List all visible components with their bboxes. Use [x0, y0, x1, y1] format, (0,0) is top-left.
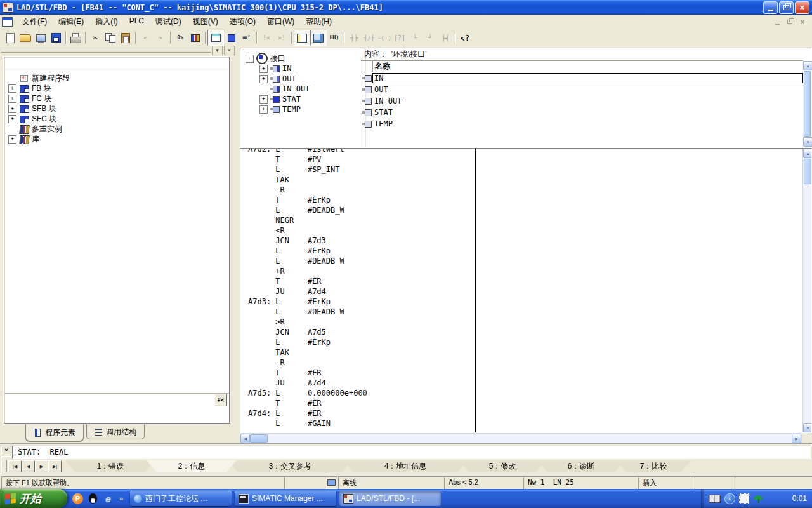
tree-item[interactable]: + 库 — [8, 134, 228, 144]
interface-root[interactable]: - 接口 — [246, 53, 365, 64]
table-row[interactable]: IN_OUT — [361, 95, 803, 107]
toolbar-button-icon[interactable] — [453, 30, 457, 45]
tree-item[interactable]: 新建程序段 — [8, 73, 228, 83]
expander-icon[interactable]: + — [259, 95, 268, 104]
result-tab[interactable]: 6：诊断 — [537, 460, 625, 472]
dock-dropdown-button[interactable]: ▾ — [212, 46, 223, 55]
toolbar-button-icon[interactable] — [103, 30, 118, 45]
dock-close-button[interactable]: × — [224, 46, 235, 55]
table-row[interactable]: OUT — [361, 84, 803, 95]
quick-launch-icon[interactable]: e — [103, 493, 114, 504]
toolbar-button-icon[interactable] — [83, 30, 88, 45]
toolbar-button-icon[interactable]: ╞╡ — [438, 30, 453, 45]
task-button[interactable]: 西门子工控论坛 ... — [130, 491, 232, 506]
keyboard-icon[interactable] — [709, 495, 721, 503]
toolbar-button-icon[interactable] — [294, 30, 310, 46]
toolbar-button-icon[interactable] — [118, 30, 133, 45]
quick-launch-icon[interactable]: » — [118, 493, 124, 504]
toolbar-button-icon[interactable]: ↷ — [153, 30, 168, 45]
code-vertical-scrollbar[interactable]: ▲ ▼ — [802, 149, 811, 432]
quick-launch-icon[interactable] — [88, 493, 98, 504]
restore-button[interactable] — [779, 1, 794, 14]
table-row[interactable]: TEMP — [361, 118, 803, 130]
scroll-right-icon[interactable]: ▶ — [792, 434, 801, 443]
menu-item[interactable]: 编辑(E) — [53, 15, 89, 29]
scroll-up-icon[interactable]: ▲ — [803, 61, 812, 70]
toolbar-button-icon[interactable]: └ — [407, 30, 422, 45]
scrollbar-thumb[interactable] — [804, 71, 811, 137]
menu-item[interactable]: 选项(O) — [224, 15, 261, 29]
toolbar-button-icon[interactable] — [68, 30, 83, 45]
tab-bar-grip[interactable] — [1, 460, 7, 472]
scroll-down-icon[interactable]: ▼ — [803, 423, 812, 432]
tab-nav-button[interactable]: ◀ — [22, 460, 35, 472]
toolbar-button-icon[interactable]: HH) — [327, 30, 342, 45]
scroll-up-icon[interactable]: ▲ — [803, 149, 812, 158]
umbrella-antivirus-icon[interactable] — [753, 494, 763, 503]
code-horizontal-scrollbar[interactable]: ◀ ▶ — [240, 433, 802, 443]
toolbar-button-icon[interactable] — [3, 30, 18, 45]
expander-icon[interactable]: + — [8, 135, 16, 144]
toolbar-button-icon[interactable]: [?] — [392, 30, 407, 45]
result-tab[interactable]: 2：信息 — [147, 460, 237, 472]
toolbar-button-icon[interactable]: ↶ — [138, 30, 153, 45]
start-button[interactable]: 开始 — [0, 489, 67, 508]
toolbar-button-icon[interactable] — [207, 30, 224, 46]
scroll-left-icon[interactable]: ◀ — [240, 434, 250, 443]
mdi-close-button[interactable]: × — [797, 18, 808, 27]
toolbar-button-icon[interactable] — [63, 30, 68, 45]
toolbar-button-icon[interactable] — [342, 30, 346, 45]
result-tab[interactable]: 1：错误 — [65, 460, 155, 472]
menu-item[interactable]: 视图(V) — [187, 15, 224, 29]
expander-icon[interactable]: + — [8, 115, 16, 123]
toolbar-button-icon[interactable] — [254, 30, 259, 45]
menu-item[interactable]: 调试(D) — [150, 15, 187, 29]
toolbar-button-icon[interactable] — [168, 30, 173, 45]
mdi-child-icon[interactable] — [2, 17, 13, 27]
interface-section[interactable]: + OUT — [259, 74, 365, 84]
tab-nav-button[interactable]: ▶| — [48, 460, 62, 472]
interface-section[interactable]: + IN — [259, 64, 365, 74]
quick-launch-icon[interactable]: P — [72, 493, 83, 504]
tab-nav-button[interactable]: ▶ — [35, 460, 48, 472]
menu-item[interactable]: 帮助(H) — [300, 15, 337, 29]
toolbar-button-icon[interactable]: ∞' — [239, 30, 254, 45]
minimize-button[interactable] — [763, 1, 778, 14]
interface-section[interactable]: IN_OUT — [259, 84, 365, 94]
dock-grip[interactable]: ▾ × — [1, 46, 235, 55]
table-row[interactable]: STAT — [361, 107, 803, 118]
toolbar-button-icon[interactable]: ↖? — [457, 30, 473, 45]
toolbar-button-icon[interactable]: ✂ — [88, 30, 103, 45]
toolbar-button-icon[interactable] — [133, 30, 138, 45]
toolbar-button-icon[interactable]: ┘ — [422, 30, 438, 45]
toolbar-button-icon[interactable]: !« — [259, 30, 274, 45]
expander-icon[interactable]: + — [8, 84, 16, 93]
toolbar-button-icon[interactable]: »! — [274, 30, 289, 45]
tray-app-icon[interactable] — [739, 493, 749, 504]
scrollbar-thumb[interactable] — [250, 434, 268, 443]
tree-item[interactable]: + FC 块 — [8, 93, 228, 104]
expander-icon[interactable]: + — [259, 75, 268, 83]
scrollbar-thumb[interactable] — [804, 159, 812, 184]
collapse-overview-button[interactable]: Ŧ< — [214, 394, 227, 406]
menu-item[interactable]: 文件(F) — [16, 15, 53, 29]
result-tab[interactable]: 4：地址信息 — [343, 460, 468, 472]
scroll-down-icon[interactable]: ▼ — [803, 137, 812, 147]
dock-tab[interactable]: 程序元素 — [25, 424, 84, 441]
mdi-restore-button[interactable] — [785, 18, 795, 27]
expander-icon[interactable]: + — [259, 105, 268, 114]
toolbar-button-icon[interactable]: ┤/├ — [362, 30, 377, 45]
expander-icon[interactable]: + — [8, 95, 16, 103]
language-bar-icon[interactable]: ‹ — [724, 493, 735, 504]
toolbar-button-icon[interactable] — [18, 30, 33, 45]
toolbar-button-icon[interactable] — [310, 30, 327, 46]
declaration-scrollbar[interactable]: ▲ ▼ — [803, 61, 811, 147]
tree-item[interactable]: + SFB 块 — [8, 104, 228, 114]
toolbar-button-icon[interactable]: ┤├ — [346, 30, 362, 45]
dock-tab[interactable]: 调用结构 — [86, 424, 145, 439]
toolbar-button-icon[interactable] — [224, 30, 239, 45]
output-close-button[interactable]: × — [1, 446, 11, 455]
expander-icon[interactable]: - — [246, 55, 254, 63]
expander-icon[interactable]: + — [8, 105, 16, 113]
toolbar-button-icon[interactable]: 0% — [173, 30, 188, 45]
